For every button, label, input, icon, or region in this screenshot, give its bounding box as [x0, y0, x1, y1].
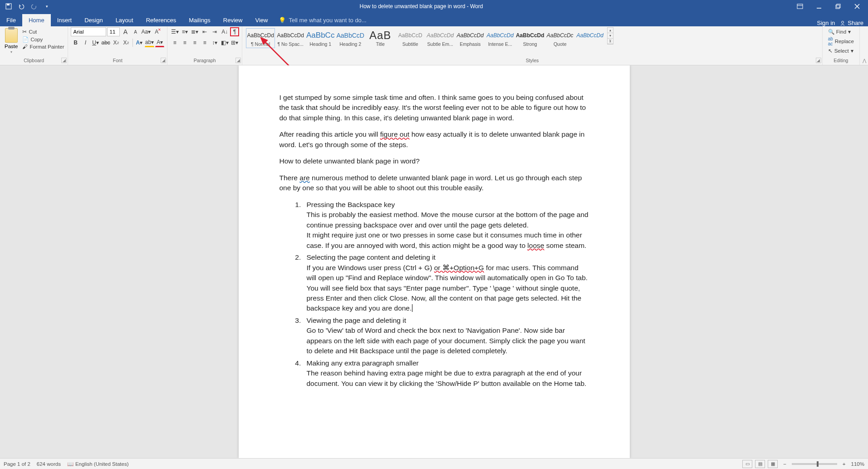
style-item[interactable]: AaBbCcDdSubtle Em... [426, 28, 455, 48]
save-icon[interactable] [4, 1, 14, 11]
style-item[interactable]: AaBbCcDcQuote [545, 28, 574, 48]
ribbon-display-icon[interactable] [791, 0, 809, 13]
tab-view[interactable]: View [249, 14, 274, 26]
style-item[interactable]: AaBbCcDdStrong [515, 28, 544, 48]
sort-button[interactable]: A↓ [220, 27, 229, 36]
format-painter-button[interactable]: 🖌Format Painter [21, 44, 65, 50]
style-item[interactable]: AaBbCcDSubtitle [396, 28, 425, 48]
shading-button[interactable]: ◧▾ [220, 38, 229, 47]
style-item[interactable]: AaBbCcDdIntense E... [485, 28, 515, 48]
book-icon: 📖 [67, 461, 74, 467]
proofing-button[interactable]: 📖 English (United States) [67, 461, 129, 467]
ribbon: Paste ▾ ✂Cut 📄Copy 🖌Format Painter Clipb… [0, 26, 868, 65]
cut-button[interactable]: ✂Cut [21, 28, 65, 35]
increase-indent-button[interactable]: ⇥ [210, 27, 219, 36]
line-spacing-button[interactable]: ↕▾ [210, 38, 219, 47]
align-center-button[interactable]: ≡ [180, 38, 189, 47]
copy-button[interactable]: 📄Copy [21, 36, 65, 43]
cursor-icon: ↖ [828, 48, 833, 54]
multilevel-button[interactable]: ≣▾ [190, 27, 199, 36]
superscript-button[interactable]: X2 [122, 38, 131, 47]
tell-me-search[interactable]: 💡 Tell me what you want to do... [274, 14, 371, 26]
text-cursor [412, 304, 412, 312]
style-item[interactable]: AaBbCcHeading 1 [306, 28, 335, 48]
font-name-combo[interactable] [71, 27, 106, 36]
align-right-button[interactable]: ≡ [190, 38, 199, 47]
tab-layout[interactable]: Layout [109, 14, 140, 26]
styles-more-icon[interactable]: ⊻ [608, 39, 613, 44]
find-button[interactable]: 🔍Find ▾ [827, 28, 855, 35]
qat-customize-icon[interactable]: ▾ [42, 1, 52, 11]
tab-review[interactable]: Review [217, 14, 249, 26]
decrease-indent-button[interactable]: ⇤ [200, 27, 209, 36]
collapse-ribbon-icon[interactable]: ⋀ [863, 58, 866, 63]
page-count[interactable]: Page 1 of 2 [4, 461, 30, 467]
close-icon[interactable] [848, 0, 866, 13]
numbering-button[interactable]: ≡▾ [180, 27, 189, 36]
word-count[interactable]: 624 words [37, 461, 61, 467]
change-case-button[interactable]: Aa▾ [141, 27, 151, 36]
style-item[interactable]: AaBbCcDd¶ Normal [246, 28, 275, 48]
svg-rect-1 [7, 4, 10, 5]
style-label: Quote [554, 41, 567, 47]
shrink-font-button[interactable]: A [131, 27, 140, 36]
underline-button[interactable]: U ▾ [91, 38, 100, 47]
undo-icon[interactable] [16, 1, 26, 11]
group-paragraph: ☰▾ ≡▾ ≣▾ ⇤ ⇥ A↓ ¶ ≡ ≡ ≡ ≡ ↕▾ ◧▾ ⊞▾ [167, 26, 242, 65]
highlight-button[interactable]: ab▾ [145, 38, 154, 47]
styles-scroll[interactable]: ▴ ▾ ⊻ [607, 27, 613, 44]
tab-mailings[interactable]: Mailings [182, 14, 217, 26]
styles-scroll-down-icon[interactable]: ▾ [608, 33, 613, 39]
style-item[interactable]: AaBTitle [366, 28, 395, 48]
tab-design[interactable]: Design [78, 14, 109, 26]
zoom-out-button[interactable]: − [780, 461, 789, 467]
group-label-paragraph: Paragraph [170, 57, 239, 65]
strikethrough-button[interactable]: abc [101, 38, 110, 47]
borders-button[interactable]: ⊞▾ [230, 38, 239, 47]
sign-in-link[interactable]: Sign in [817, 20, 835, 26]
styles-dialog-launcher[interactable]: ◢ [816, 58, 821, 63]
font-dialog-launcher[interactable]: ◢ [161, 58, 166, 63]
redo-icon[interactable] [29, 1, 39, 11]
print-layout-button[interactable]: ▤ [755, 460, 765, 468]
styles-gallery[interactable]: AaBbCcDd¶ NormalAaBbCcDd¶ No Spac...AaBb… [245, 27, 605, 49]
tab-file[interactable]: File [0, 14, 22, 26]
select-button[interactable]: ↖Select ▾ [827, 47, 855, 54]
zoom-level[interactable]: 110% [851, 461, 864, 467]
web-layout-button[interactable]: ▦ [768, 460, 778, 468]
style-item[interactable]: AaBbCcDdEmphasis [456, 28, 485, 48]
subscript-button[interactable]: X2 [112, 38, 121, 47]
read-mode-button[interactable]: ▭ [742, 460, 752, 468]
clipboard-dialog-launcher[interactable]: ◢ [61, 58, 67, 63]
styles-scroll-up-icon[interactable]: ▴ [608, 28, 613, 33]
justify-button[interactable]: ≡ [200, 38, 209, 47]
clear-formatting-button[interactable]: A✕ [152, 27, 161, 36]
italic-button[interactable]: I [81, 38, 90, 47]
minimize-icon[interactable] [810, 0, 828, 13]
bold-button[interactable]: B [71, 38, 80, 47]
tab-insert[interactable]: Insert [51, 14, 78, 26]
grow-font-button[interactable]: A [121, 27, 130, 36]
style-item[interactable]: AaBbCcDd¶ No Spac... [276, 28, 305, 48]
restore-icon[interactable] [829, 0, 847, 13]
tell-me-placeholder: Tell me what you want to do... [289, 17, 366, 24]
document-page[interactable]: I get stumped by some simple task time a… [239, 65, 630, 458]
style-item[interactable]: AaBbCcDHeading 2 [336, 28, 365, 48]
text-effects-button[interactable]: A▾ [135, 38, 144, 47]
show-hide-button[interactable]: ¶ [230, 27, 239, 36]
paragraph-dialog-launcher[interactable]: ◢ [235, 58, 241, 63]
align-left-button[interactable]: ≡ [170, 38, 179, 47]
style-item[interactable]: AaBbCcDd [575, 28, 604, 43]
zoom-slider[interactable] [792, 463, 837, 465]
replace-button[interactable]: abacReplace [827, 36, 855, 47]
font-color-button[interactable]: A▾ [155, 38, 164, 47]
zoom-in-button[interactable]: + [840, 461, 848, 467]
share-button[interactable]: Share [839, 20, 863, 26]
document-area[interactable]: I get stumped by some simple task time a… [0, 65, 868, 458]
font-size-combo[interactable] [107, 27, 120, 36]
tab-references[interactable]: References [140, 14, 182, 26]
tab-home[interactable]: Home [22, 14, 51, 26]
paste-button[interactable]: Paste ▾ [3, 27, 20, 55]
replace-icon: abac [828, 36, 833, 46]
bullets-button[interactable]: ☰▾ [170, 27, 179, 36]
